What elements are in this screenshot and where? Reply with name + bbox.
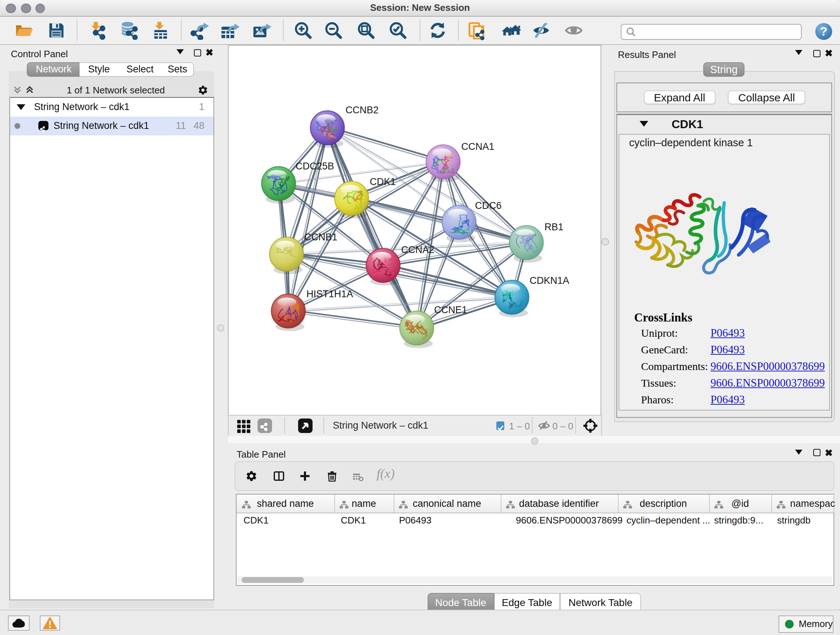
svg-text:CCNE1: CCNE1 [434, 304, 467, 315]
svg-text:CCNA2: CCNA2 [401, 244, 434, 255]
svg-text:CCNB2: CCNB2 [345, 104, 378, 115]
svg-text:CDC25B: CDC25B [295, 160, 334, 171]
svg-text:HIST1H1A: HIST1H1A [306, 288, 353, 299]
svg-text:CCNA1: CCNA1 [461, 141, 494, 152]
svg-text:CDK1: CDK1 [369, 176, 395, 187]
svg-text:CCNB1: CCNB1 [304, 231, 337, 242]
svg-text:?: ? [820, 25, 827, 38]
svg-text:CDKN1A: CDKN1A [529, 275, 569, 286]
svg-text:RB1: RB1 [544, 221, 563, 232]
svg-text:CDC6: CDC6 [475, 200, 501, 211]
